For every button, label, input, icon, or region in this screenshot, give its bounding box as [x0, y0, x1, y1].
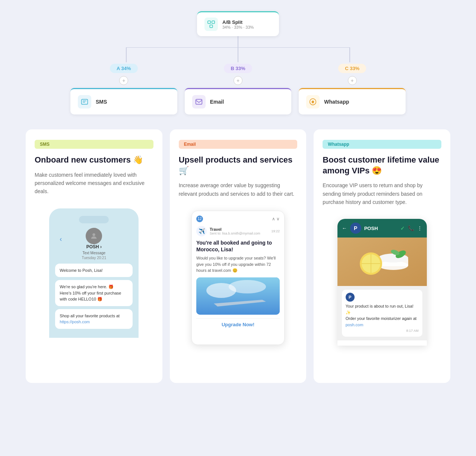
branch-b-plus[interactable]: +	[234, 76, 242, 85]
wa-back-icon: ←	[342, 225, 347, 231]
wa-message-time: 8:17 AM	[346, 328, 419, 334]
wa-call-icon[interactable]: 📞	[408, 225, 414, 231]
email-card-title: Upsell products and services 🛒	[179, 155, 298, 176]
email-subject: You're all booked and going to Morocco, …	[196, 239, 280, 253]
channel-sms-card: SMS	[70, 88, 177, 114]
wa-contact-name: POSH	[364, 226, 397, 231]
sms-tag: SMS	[35, 140, 153, 149]
sms-avatar-wrap: POSH ›	[55, 228, 133, 249]
sms-card-title: Onboard new customers 👋	[35, 155, 153, 166]
wa-link[interactable]: posh.com	[346, 323, 364, 327]
email-from-addr: Sent to: lisa.b.smith@mymail.com	[210, 232, 260, 235]
email-tag: Email	[179, 140, 298, 149]
sms-bubble-3: Shop all your favorite products at https…	[55, 309, 133, 329]
branches: A 34% + SMS B 33% +	[70, 64, 406, 114]
wa-message-area: P Your product is about to run out, Lisa…	[337, 286, 427, 340]
flow-diagram: A/B Split 34% · 33% · 33% A 34% +	[7, 11, 469, 114]
ab-split-icon	[204, 18, 218, 31]
ab-split-subtitle: 34% · 33% · 33%	[222, 25, 254, 29]
ab-split-card: A/B Split 34% · 33% · 33%	[197, 11, 279, 36]
email-body: Would you like to upgrade your seats? We…	[196, 255, 280, 274]
ab-split-text: A/B Split 34% · 33% · 33%	[222, 19, 254, 29]
email-arrows-icon: ∧ ∨	[272, 216, 280, 221]
email-label: Email	[210, 99, 224, 105]
branch-c: C 33% + Whatsapp	[299, 64, 406, 114]
branch-c-label: C 33%	[338, 64, 366, 73]
svg-point-13	[229, 280, 266, 293]
email-sender-icon: ✈️	[196, 226, 207, 236]
email-time: 19:22	[271, 229, 280, 233]
feature-cards: SMS Onboard new customers 👋 Make custome…	[26, 129, 450, 383]
whatsapp-phone-mockup: ← P POSH ✓ 📞 ⋮	[323, 215, 441, 383]
email-badge: 12	[196, 216, 203, 222]
email-hero-image	[196, 277, 280, 315]
svg-rect-1	[212, 21, 215, 23]
email-sender-info: Travel Sent to: lisa.b.smith@mymail.com	[210, 227, 260, 235]
wa-sender-avatar: P	[346, 293, 355, 302]
channel-email-card: Email	[185, 88, 292, 114]
branch-c-plus[interactable]: +	[348, 76, 357, 85]
wa-header: ← P POSH ✓ 📞 ⋮	[337, 219, 427, 238]
svg-rect-8	[196, 99, 202, 104]
whatsapp-phone: ← P POSH ✓ 📞 ⋮	[337, 219, 427, 346]
wa-verified-icon: ✓	[400, 225, 405, 231]
email-top-bar: 12 ∧ ∨	[196, 216, 280, 222]
sms-msg-label: Text Message	[55, 251, 133, 255]
sms-phone-mockup: ‹ POSH › Text Message Tuesday 20:21	[35, 205, 153, 383]
sms-link[interactable]: https://posh.com	[60, 320, 90, 324]
email-phone-mockup: 12 ∧ ∨ ✈️ Travel Sent to: lisa.b.smith@m…	[179, 207, 298, 383]
svg-point-10	[93, 233, 95, 236]
sms-bubble-1: Welcome to Posh, Lisa!	[55, 264, 133, 277]
wa-bubble-header: P	[346, 293, 419, 302]
channel-whatsapp-card: Whatsapp	[299, 88, 406, 114]
email-icon	[192, 95, 206, 109]
svg-rect-2	[210, 25, 212, 28]
wa-product-image	[337, 238, 427, 286]
branch-b: B 33% + Email	[185, 64, 292, 114]
branch-a-label: A 34%	[110, 64, 138, 73]
branch-a-plus[interactable]: +	[119, 76, 128, 85]
email-sender: ✈️ Travel Sent to: lisa.b.smith@mymail.c…	[196, 226, 280, 236]
whatsapp-feature-card: Whatsapp Boost customer lifetime value a…	[314, 129, 450, 383]
sms-card-desc: Make customers feel immediately loved wi…	[35, 171, 153, 196]
sms-contact-name: POSH ›	[55, 244, 133, 249]
wa-avatar: P	[350, 223, 361, 234]
whatsapp-label: Whatsapp	[324, 99, 349, 105]
sms-bubble-2: We're so glad you're here. 🎁Here's 10% o…	[55, 280, 133, 306]
svg-rect-0	[208, 21, 210, 23]
branch-a: A 34% + SMS	[70, 64, 177, 114]
whatsapp-icon	[306, 95, 320, 109]
flow-connector	[70, 47, 406, 64]
sms-phone: ‹ POSH › Text Message Tuesday 20:21	[49, 208, 139, 338]
wa-more-icon[interactable]: ⋮	[417, 225, 422, 231]
sms-label: SMS	[96, 99, 107, 105]
whatsapp-tag: Whatsapp	[323, 140, 441, 149]
sms-back-icon: ‹	[60, 235, 62, 243]
whatsapp-card-desc: Encourage VIP users to return and shop b…	[323, 181, 441, 206]
whatsapp-card-title: Boost customer lifetime value among VIPs…	[323, 155, 441, 176]
email-phone: 12 ∧ ∨ ✈️ Travel Sent to: lisa.b.smith@m…	[191, 211, 285, 345]
sms-feature-card: SMS Onboard new customers 👋 Make custome…	[26, 129, 162, 383]
ab-split-title: A/B Split	[222, 19, 254, 25]
wa-bubble: P Your product is about to run out, Lisa…	[342, 290, 422, 337]
email-from-name: Travel	[210, 227, 260, 232]
connector-down	[238, 36, 238, 47]
branch-b-label: B 33%	[224, 64, 252, 73]
sms-icon	[78, 95, 91, 109]
email-card-desc: Increase average order value by suggesti…	[179, 181, 298, 198]
sms-notch	[79, 216, 109, 223]
sms-msg-date: Tuesday 20:21	[55, 256, 133, 260]
upgrade-button[interactable]: Upgrade Now!	[196, 318, 280, 330]
email-feature-card: Email Upsell products and services 🛒 Inc…	[170, 129, 307, 383]
wa-action-icons: 📞 ⋮	[408, 225, 422, 231]
sms-avatar	[86, 228, 102, 244]
